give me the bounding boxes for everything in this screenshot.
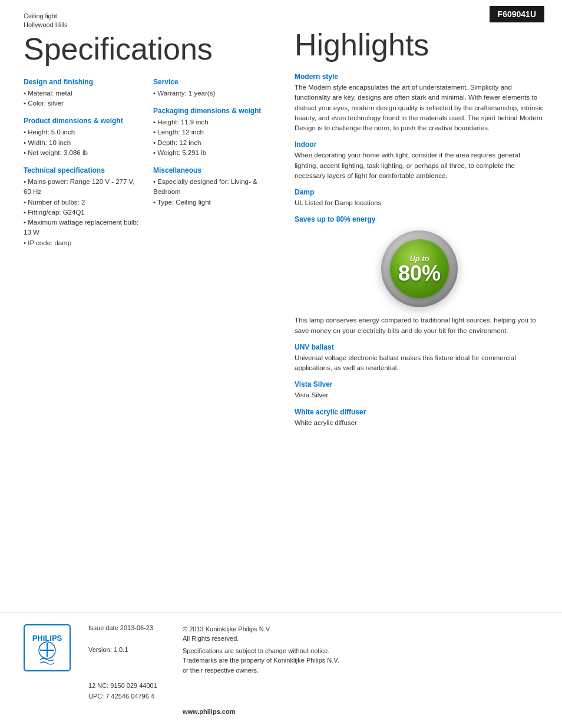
footer-copyright: © 2013 Koninklijke Philips N.V.All Right… xyxy=(183,624,538,644)
main-content: Ceiling light Hollywood Hills Specificat… xyxy=(0,0,562,612)
list-item: Especially designed for: Living- & Bedro… xyxy=(153,177,271,197)
philips-logo: PHILIPS xyxy=(24,624,71,671)
footer-issue-label: Issue date 2013-06-23 xyxy=(88,624,171,644)
product-name: Hollywood Hills xyxy=(24,21,68,28)
energy-inner: Up to 80% xyxy=(390,239,449,298)
highlight-damp-text: UL Listed for Damp locations xyxy=(295,198,544,208)
section-technical-specs-list: Mains power: Range 120 V - 277 V, 60 Hz … xyxy=(24,177,141,248)
highlight-modern-style: Modern style The Modern style encapsulat… xyxy=(295,73,544,133)
highlight-unv-ballast: UNV ballast Universal voltage electronic… xyxy=(295,343,544,374)
specs-two-cols: Design and finishing Material: metal Col… xyxy=(24,78,271,256)
section-packaging: Packaging dimensions & weight Height: 11… xyxy=(153,107,271,158)
energy-percent-label: 80% xyxy=(398,263,441,284)
section-design-finishing-title: Design and finishing xyxy=(24,78,141,86)
section-technical-specs-title: Technical specifications xyxy=(24,166,141,174)
model-badge: F609041U xyxy=(490,6,544,22)
section-service: Service Warranty: 1 year(s) xyxy=(153,78,271,98)
spec-left-col: Design and finishing Material: metal Col… xyxy=(24,78,141,256)
footer-row-website: www.philips.com xyxy=(88,707,538,717)
list-item: Number of bulbs: 2 xyxy=(24,197,141,207)
highlight-white-diffuser-title: White acrylic diffuser xyxy=(295,408,544,416)
highlight-modern-style-text: The Modern style encapsulates the art of… xyxy=(295,83,544,133)
highlight-indoor-title: Indoor xyxy=(295,140,544,149)
list-item: Net weight: 3.086 lb xyxy=(24,148,141,158)
list-item: Fitting/cap: G24Q1 xyxy=(24,207,141,218)
left-column: Ceiling light Hollywood Hills Specificat… xyxy=(0,0,283,612)
highlight-white-diffuser-text: White acrylic diffuser xyxy=(295,418,544,428)
highlight-damp: Damp UL Listed for Damp locations xyxy=(295,188,544,208)
footer-row-version: Version: 1.0.1 Specifications are subjec… xyxy=(88,646,538,676)
list-item: Height: 11.9 inch xyxy=(153,117,271,127)
section-miscellaneous: Miscellaneous Especially designed for: L… xyxy=(153,166,271,207)
section-service-title: Service xyxy=(153,78,271,86)
section-product-dimensions: Product dimensions & weight Height: 5.0 … xyxy=(24,117,141,158)
list-item: Color: silver xyxy=(24,98,141,108)
list-item: Length: 12 inch xyxy=(153,127,271,137)
highlight-indoor: Indoor When decorating your home with li… xyxy=(295,140,544,181)
section-miscellaneous-list: Especially designed for: Living- & Bedro… xyxy=(153,177,271,207)
footer-version-label: Version: 1.0.1 xyxy=(88,646,171,676)
highlight-saves-energy: Saves up to 80% energy xyxy=(295,215,544,223)
highlight-modern-style-title: Modern style xyxy=(295,73,544,81)
list-item: Mains power: Range 120 V - 277 V, 60 Hz xyxy=(24,177,141,197)
section-technical-specs: Technical specifications Mains power: Ra… xyxy=(24,166,141,248)
section-packaging-title: Packaging dimensions & weight xyxy=(153,107,271,115)
highlight-unv-ballast-text: Universal voltage electronic ballast mak… xyxy=(295,353,544,374)
section-design-finishing-list: Material: metal Color: silver xyxy=(24,88,141,109)
list-item: Type: Ceiling light xyxy=(153,197,271,207)
highlight-damp-title: Damp xyxy=(295,188,544,196)
section-miscellaneous-title: Miscellaneous xyxy=(153,166,271,174)
spec-right-col: Service Warranty: 1 year(s) Packaging di… xyxy=(153,78,271,256)
footer-website: www.philips.com xyxy=(183,707,538,717)
highlight-vista-silver-text: Vista Silver xyxy=(295,390,544,400)
section-product-dimensions-list: Height: 5.0 inch Width: 10 inch Net weig… xyxy=(24,127,141,158)
list-item: Material: metal xyxy=(24,88,141,98)
list-item: IP code: damp xyxy=(24,238,141,248)
highlight-vista-silver: Vista Silver Vista Silver xyxy=(295,380,544,400)
section-product-dimensions-title: Product dimensions & weight xyxy=(24,117,141,125)
highlight-white-diffuser: White acrylic diffuser White acrylic dif… xyxy=(295,408,544,428)
footer-info: Issue date 2013-06-23 © 2013 Koninklijke… xyxy=(88,624,538,716)
list-item: Maximum wattage replacement bulb: 13 W xyxy=(24,218,141,238)
page-title: Specifications xyxy=(24,32,271,66)
footer-row-issue: Issue date 2013-06-23 © 2013 Koninklijke… xyxy=(88,624,538,644)
highlights-title: Highlights xyxy=(295,28,544,62)
list-item: Height: 5.0 inch xyxy=(24,127,141,137)
section-design-finishing: Design and finishing Material: metal Col… xyxy=(24,78,141,109)
list-item: Warranty: 1 year(s) xyxy=(153,88,271,98)
highlight-energy-text: This lamp conserves energy compared to t… xyxy=(295,315,544,336)
footer-disclaimer: Specifications are subject to change wit… xyxy=(183,646,538,676)
list-item: Weight: 5.291 lb xyxy=(153,148,271,158)
section-packaging-list: Height: 11.9 inch Length: 12 inch Depth:… xyxy=(153,117,271,158)
right-column: F609041U Highlights Modern style The Mod… xyxy=(283,0,562,612)
footer-nc-upc: 12 NC: 9150 029 44001UPC: 7 42546 04796 … xyxy=(88,681,538,701)
highlight-vista-silver-title: Vista Silver xyxy=(295,380,544,388)
list-item: Width: 10 inch xyxy=(24,138,141,148)
footer-website-spacer xyxy=(88,707,171,717)
product-label: Ceiling light Hollywood Hills xyxy=(24,12,271,30)
page: Ceiling light Hollywood Hills Specificat… xyxy=(0,0,562,728)
section-service-list: Warranty: 1 year(s) xyxy=(153,88,271,98)
energy-badge: Up to 80% xyxy=(381,230,458,307)
highlight-indoor-text: When decorating your home with light, co… xyxy=(295,150,544,181)
highlight-energy-body-text: This lamp conserves energy compared to t… xyxy=(295,315,544,336)
energy-badge-container: Up to 80% xyxy=(295,230,544,307)
list-item: Depth: 12 inch xyxy=(153,138,271,148)
product-type: Ceiling light xyxy=(24,12,57,19)
highlight-unv-ballast-title: UNV ballast xyxy=(295,343,544,351)
highlight-saves-energy-title: Saves up to 80% energy xyxy=(295,215,544,223)
svg-text:PHILIPS: PHILIPS xyxy=(32,634,62,643)
footer: PHILIPS Issue date 2013-06-23 © 2013 Kon… xyxy=(0,612,562,728)
